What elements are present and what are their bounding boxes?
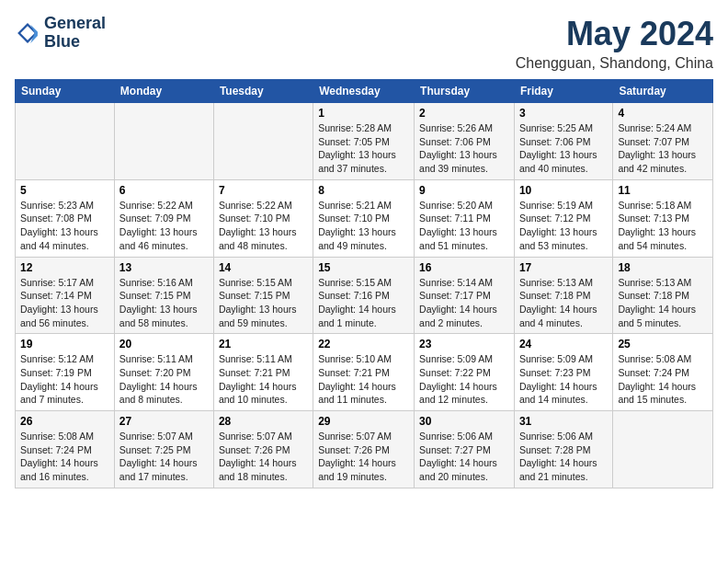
- day-number: 15: [318, 261, 409, 274]
- day-info: Sunrise: 5:08 AM Sunset: 7:24 PM Dayligh…: [20, 430, 109, 484]
- day-info: Sunrise: 5:24 AM Sunset: 7:07 PM Dayligh…: [618, 121, 708, 176]
- day-info: Sunrise: 5:25 AM Sunset: 7:06 PM Dayligh…: [519, 121, 608, 176]
- day-info: Sunrise: 5:06 AM Sunset: 7:27 PM Dayligh…: [419, 430, 509, 484]
- day-number: 4: [618, 107, 708, 120]
- calendar-cell: 29Sunrise: 5:07 AM Sunset: 7:26 PM Dayli…: [313, 411, 415, 488]
- day-info: Sunrise: 5:12 AM Sunset: 7:19 PM Dayligh…: [20, 352, 109, 407]
- weekday-header: Sunday: [16, 80, 115, 103]
- day-number: 1: [318, 107, 409, 120]
- day-number: 24: [519, 338, 608, 350]
- calendar-cell: 22Sunrise: 5:10 AM Sunset: 7:21 PM Dayli…: [313, 334, 415, 411]
- calendar-table: SundayMondayTuesdayWednesdayThursdayFrid…: [15, 79, 713, 488]
- calendar-cell: 10Sunrise: 5:19 AM Sunset: 7:12 PM Dayli…: [514, 179, 612, 257]
- day-info: Sunrise: 5:18 AM Sunset: 7:13 PM Dayligh…: [618, 199, 708, 253]
- calendar-cell: 15Sunrise: 5:15 AM Sunset: 7:16 PM Dayli…: [313, 257, 415, 334]
- day-info: Sunrise: 5:20 AM Sunset: 7:11 PM Dayligh…: [419, 199, 509, 253]
- day-info: Sunrise: 5:09 AM Sunset: 7:22 PM Dayligh…: [419, 352, 509, 407]
- day-number: 31: [519, 415, 608, 428]
- calendar-week-row: 26Sunrise: 5:08 AM Sunset: 7:24 PM Dayli…: [16, 411, 713, 488]
- day-info: Sunrise: 5:21 AM Sunset: 7:10 PM Dayligh…: [318, 199, 409, 253]
- day-number: 9: [419, 184, 509, 197]
- day-info: Sunrise: 5:15 AM Sunset: 7:15 PM Dayligh…: [219, 276, 308, 330]
- day-number: 14: [219, 261, 308, 274]
- day-number: 28: [219, 415, 308, 428]
- page-header: General Blue May 2024 Chengguan, Shandon…: [15, 15, 713, 72]
- calendar-cell: [114, 103, 213, 180]
- calendar-cell: 16Sunrise: 5:14 AM Sunset: 7:17 PM Dayli…: [415, 257, 515, 334]
- day-number: 27: [119, 415, 209, 428]
- day-info: Sunrise: 5:07 AM Sunset: 7:25 PM Dayligh…: [119, 430, 209, 484]
- calendar-cell: 27Sunrise: 5:07 AM Sunset: 7:25 PM Dayli…: [114, 411, 213, 488]
- weekday-header: Wednesday: [313, 80, 415, 103]
- day-info: Sunrise: 5:19 AM Sunset: 7:12 PM Dayligh…: [519, 199, 608, 253]
- calendar-cell: [613, 411, 713, 488]
- calendar-cell: 28Sunrise: 5:07 AM Sunset: 7:26 PM Dayli…: [213, 411, 313, 488]
- day-info: Sunrise: 5:14 AM Sunset: 7:17 PM Dayligh…: [419, 276, 509, 330]
- weekday-header: Thursday: [415, 80, 515, 103]
- day-number: 20: [119, 338, 209, 350]
- day-number: 30: [419, 415, 509, 428]
- calendar-cell: [213, 103, 313, 180]
- calendar-cell: 19Sunrise: 5:12 AM Sunset: 7:19 PM Dayli…: [16, 334, 115, 411]
- weekday-header: Saturday: [613, 80, 713, 103]
- day-info: Sunrise: 5:22 AM Sunset: 7:09 PM Dayligh…: [119, 199, 209, 253]
- day-number: 21: [219, 338, 308, 350]
- day-number: 12: [20, 261, 109, 274]
- day-info: Sunrise: 5:17 AM Sunset: 7:14 PM Dayligh…: [20, 276, 109, 330]
- day-number: 2: [419, 107, 509, 120]
- day-info: Sunrise: 5:10 AM Sunset: 7:21 PM Dayligh…: [318, 352, 409, 407]
- weekday-header: Tuesday: [213, 80, 313, 103]
- day-number: 17: [519, 261, 608, 274]
- day-info: Sunrise: 5:15 AM Sunset: 7:16 PM Dayligh…: [318, 276, 409, 330]
- calendar-cell: 26Sunrise: 5:08 AM Sunset: 7:24 PM Dayli…: [16, 411, 115, 488]
- day-number: 11: [618, 184, 708, 197]
- day-info: Sunrise: 5:07 AM Sunset: 7:26 PM Dayligh…: [219, 430, 308, 484]
- day-info: Sunrise: 5:28 AM Sunset: 7:05 PM Dayligh…: [318, 121, 409, 176]
- logo: General Blue: [15, 15, 106, 52]
- calendar-cell: 30Sunrise: 5:06 AM Sunset: 7:27 PM Dayli…: [415, 411, 515, 488]
- day-info: Sunrise: 5:06 AM Sunset: 7:28 PM Dayligh…: [519, 430, 608, 484]
- day-info: Sunrise: 5:11 AM Sunset: 7:20 PM Dayligh…: [119, 352, 209, 407]
- calendar-cell: 31Sunrise: 5:06 AM Sunset: 7:28 PM Dayli…: [514, 411, 612, 488]
- calendar-cell: 2Sunrise: 5:26 AM Sunset: 7:06 PM Daylig…: [415, 103, 515, 180]
- calendar-cell: [16, 103, 115, 180]
- day-info: Sunrise: 5:22 AM Sunset: 7:10 PM Dayligh…: [219, 199, 308, 253]
- day-info: Sunrise: 5:09 AM Sunset: 7:23 PM Dayligh…: [519, 352, 608, 407]
- calendar-cell: 17Sunrise: 5:13 AM Sunset: 7:18 PM Dayli…: [514, 257, 612, 334]
- calendar-cell: 21Sunrise: 5:11 AM Sunset: 7:21 PM Dayli…: [213, 334, 313, 411]
- day-number: 10: [519, 184, 608, 197]
- day-info: Sunrise: 5:23 AM Sunset: 7:08 PM Dayligh…: [20, 199, 109, 253]
- day-number: 25: [618, 338, 708, 350]
- calendar-cell: 3Sunrise: 5:25 AM Sunset: 7:06 PM Daylig…: [514, 103, 612, 180]
- day-number: 5: [20, 184, 109, 197]
- calendar-cell: 4Sunrise: 5:24 AM Sunset: 7:07 PM Daylig…: [613, 103, 713, 180]
- calendar-cell: 18Sunrise: 5:13 AM Sunset: 7:18 PM Dayli…: [613, 257, 713, 334]
- day-number: 18: [618, 261, 708, 274]
- calendar-week-row: 1Sunrise: 5:28 AM Sunset: 7:05 PM Daylig…: [16, 103, 713, 180]
- logo-icon: [15, 20, 40, 46]
- calendar-cell: 24Sunrise: 5:09 AM Sunset: 7:23 PM Dayli…: [514, 334, 612, 411]
- day-info: Sunrise: 5:13 AM Sunset: 7:18 PM Dayligh…: [618, 276, 708, 330]
- calendar-week-row: 5Sunrise: 5:23 AM Sunset: 7:08 PM Daylig…: [16, 179, 713, 257]
- calendar-cell: 14Sunrise: 5:15 AM Sunset: 7:15 PM Dayli…: [213, 257, 313, 334]
- day-number: 26: [20, 415, 109, 428]
- calendar-cell: 25Sunrise: 5:08 AM Sunset: 7:24 PM Dayli…: [613, 334, 713, 411]
- title-block: May 2024 Chengguan, Shandong, China: [516, 15, 713, 72]
- day-info: Sunrise: 5:26 AM Sunset: 7:06 PM Dayligh…: [419, 121, 509, 176]
- weekday-header: Monday: [114, 80, 213, 103]
- weekday-header: Friday: [514, 80, 612, 103]
- calendar-cell: 7Sunrise: 5:22 AM Sunset: 7:10 PM Daylig…: [213, 179, 313, 257]
- calendar-cell: 20Sunrise: 5:11 AM Sunset: 7:20 PM Dayli…: [114, 334, 213, 411]
- day-number: 7: [219, 184, 308, 197]
- day-number: 13: [119, 261, 209, 274]
- calendar-cell: 11Sunrise: 5:18 AM Sunset: 7:13 PM Dayli…: [613, 179, 713, 257]
- calendar-week-row: 19Sunrise: 5:12 AM Sunset: 7:19 PM Dayli…: [16, 334, 713, 411]
- header-row: SundayMondayTuesdayWednesdayThursdayFrid…: [16, 80, 713, 103]
- day-number: 6: [119, 184, 209, 197]
- day-info: Sunrise: 5:16 AM Sunset: 7:15 PM Dayligh…: [119, 276, 209, 330]
- day-info: Sunrise: 5:08 AM Sunset: 7:24 PM Dayligh…: [618, 352, 708, 407]
- calendar-cell: 8Sunrise: 5:21 AM Sunset: 7:10 PM Daylig…: [313, 179, 415, 257]
- calendar-header: SundayMondayTuesdayWednesdayThursdayFrid…: [16, 80, 713, 103]
- calendar-cell: 13Sunrise: 5:16 AM Sunset: 7:15 PM Dayli…: [114, 257, 213, 334]
- day-number: 19: [20, 338, 109, 350]
